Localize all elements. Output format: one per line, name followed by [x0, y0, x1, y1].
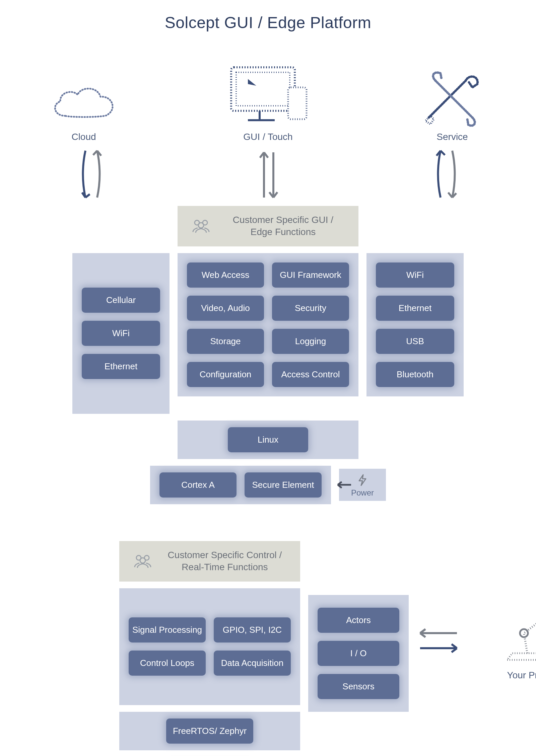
top-icon-row: Cloud GUI / Touch Service [47, 55, 489, 142]
pill-security: Security [272, 296, 349, 321]
product-arrows [413, 618, 460, 665]
gui-label: GUI / Touch [243, 132, 292, 142]
pill-secure-element: Secure Element [245, 472, 322, 498]
pill-io: I / O [318, 641, 399, 666]
arrow-gui [251, 146, 285, 203]
power-a-label: Power [351, 488, 374, 498]
pill-configuration: Configuration [187, 362, 264, 387]
pill-sensors: Sensors [318, 674, 399, 699]
io-panel: Actors I / O Sensors [308, 595, 409, 712]
service-label: Service [437, 132, 468, 142]
svg-rect-4 [288, 87, 307, 119]
pill-ethernet-cloud: Ethernet [82, 354, 160, 379]
pill-bluetooth: Bluetooth [376, 362, 454, 387]
customer-gui-header: Customer Specific GUI / Edge Functions [178, 206, 358, 246]
page-title: Solcept GUI / Edge Platform [20, 13, 516, 32]
svg-point-9 [198, 223, 204, 228]
pill-cellular: Cellular [82, 288, 160, 313]
pill-wifi-cloud: WiFi [82, 321, 160, 346]
people-icon [191, 219, 211, 233]
tools-icon [415, 67, 489, 128]
top-arrow-row [67, 146, 469, 203]
pill-ethernet-service: Ethernet [376, 296, 454, 321]
pill-control-loops: Control Loops [129, 651, 206, 676]
service-conn-panel: WiFi Ethernet USB Bluetooth [366, 253, 464, 396]
pill-storage: Storage [187, 329, 264, 354]
product-block: Your Product [494, 603, 536, 681]
lower-section: Customer Specific Control / Real-Time Fu… [119, 541, 417, 756]
pill-gpio-spi-i2c: GPIO, SPI, I2C [214, 617, 291, 642]
os-a-panel: Linux [178, 421, 358, 459]
pill-video-audio: Video, Audio [187, 296, 264, 321]
pill-signal-processing: Signal Processing [129, 617, 206, 642]
hw-a-row: Cortex A Secure Element Power [150, 466, 386, 504]
svg-point-16 [520, 629, 528, 637]
service-block: Service [415, 67, 489, 142]
pill-logging: Logging [272, 329, 349, 354]
gui-block: GUI / Touch [224, 61, 312, 142]
people-icon [133, 554, 153, 569]
arrow-service [425, 146, 466, 203]
customer-rt-header: Customer Specific Control / Real-Time Fu… [119, 541, 300, 582]
pill-data-acquisition: Data Acquisition [214, 651, 291, 676]
cloud-label: Cloud [71, 132, 96, 142]
power-arrow-a [335, 480, 352, 490]
lightning-icon [356, 473, 369, 487]
svg-point-13 [140, 558, 145, 563]
os-m-panel: FreeRTOS/ Zephyr [119, 712, 300, 750]
upper-section: Cellular WiFi Ethernet Web Access GUI Fr… [20, 253, 516, 414]
rt-funcs-panel: Signal Processing GPIO, SPI, I2C Control… [119, 588, 300, 705]
svg-rect-0 [231, 67, 295, 111]
pill-freertos-zephyr: FreeRTOS/ Zephyr [166, 719, 253, 744]
pill-web-access: Web Access [187, 262, 264, 288]
cloud-conn-panel: Cellular WiFi Ethernet [72, 253, 170, 414]
hw-a-panel: Cortex A Secure Element [150, 466, 331, 504]
pill-linux: Linux [228, 427, 308, 452]
cloud-icon [47, 77, 121, 128]
gui-funcs-panel: Web Access GUI Framework Video, Audio Se… [178, 253, 358, 396]
pill-access-control: Access Control [272, 362, 349, 387]
customer-rt-text: Customer Specific Control / Real-Time Fu… [163, 549, 287, 574]
monitor-icon [224, 61, 312, 128]
robot-arm-icon [494, 603, 536, 667]
pill-gui-framework: GUI Framework [272, 262, 349, 288]
cloud-block: Cloud [47, 77, 121, 142]
pill-usb: USB [376, 329, 454, 354]
customer-gui-text: Customer Specific GUI / Edge Functions [221, 214, 345, 238]
pill-actors: Actors [318, 608, 399, 633]
product-label: Your Product [507, 670, 536, 681]
pill-wifi-service: WiFi [376, 262, 454, 288]
svg-rect-1 [236, 72, 290, 106]
arrow-cloud [70, 146, 111, 203]
pill-cortex-a: Cortex A [159, 472, 237, 498]
